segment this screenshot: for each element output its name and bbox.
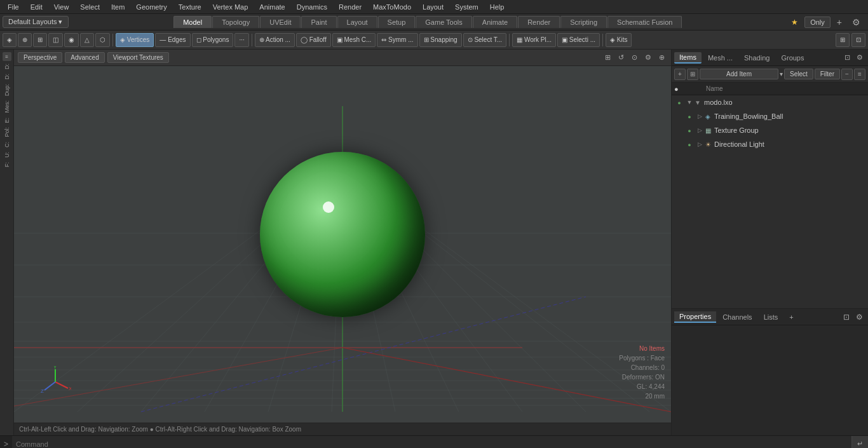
item-directional-light[interactable]: ▷ Directional Light bbox=[672, 137, 868, 151]
add-layout-button[interactable]: + bbox=[833, 16, 846, 29]
symmetry-button[interactable]: ⇔ Symm ... bbox=[377, 33, 417, 47]
sidebar-item-dup[interactable]: Dup: bbox=[3, 82, 11, 98]
sidebar-item-e[interactable]: E: bbox=[3, 116, 11, 125]
sidebar-item-pol[interactable]: Pol: bbox=[3, 125, 11, 139]
prop-tab-channels[interactable]: Channels bbox=[717, 312, 757, 322]
star-button[interactable]: ★ bbox=[787, 17, 802, 28]
item-expand-texture[interactable]: ▷ bbox=[696, 126, 703, 134]
falloff-button[interactable]: ◯ Falloff bbox=[296, 33, 331, 47]
layout-tab-layout[interactable]: Layout bbox=[337, 16, 377, 28]
viewport-home-icon[interactable]: ⊞ bbox=[602, 53, 613, 62]
item-modo-lxo[interactable]: ▼ modo.lxo bbox=[672, 95, 868, 109]
edges-button[interactable]: — Edges bbox=[155, 33, 190, 47]
viewport-reset-icon[interactable]: ↺ bbox=[616, 53, 627, 62]
item-expand-ball[interactable]: ▷ bbox=[696, 112, 703, 120]
select-button[interactable]: Select bbox=[784, 69, 813, 79]
layout-tab-render[interactable]: Render bbox=[518, 16, 560, 28]
command-arrow[interactable]: > bbox=[0, 440, 12, 449]
layout-tab-topology[interactable]: Topology bbox=[212, 16, 259, 28]
tool-pivot[interactable]: ◉ bbox=[64, 33, 79, 47]
rpanel-expand-icon[interactable]: ⊡ bbox=[842, 52, 853, 63]
prop-expand-icon[interactable]: ⊡ bbox=[841, 311, 852, 323]
viewport-3d[interactable]: No Items Polygons : Face Channels: 0 Def… bbox=[14, 66, 671, 435]
viewport-expand-icon[interactable]: ⊕ bbox=[656, 53, 667, 62]
sidebar-item-c[interactable]: C: bbox=[3, 140, 11, 149]
rpanel-tab-shading[interactable]: Shading bbox=[739, 53, 775, 63]
menu-dynamics[interactable]: Dynamics bbox=[292, 2, 332, 12]
sidebar-item-d2[interactable]: D: bbox=[3, 72, 11, 81]
rpanel-settings-icon[interactable]: ⚙ bbox=[854, 52, 865, 63]
tool-sym[interactable]: ◫ bbox=[48, 33, 63, 47]
menu-vertexmap[interactable]: Vertex Map bbox=[208, 2, 254, 12]
rpanel-tab-mesh[interactable]: Mesh ... bbox=[703, 53, 738, 63]
layout-tab-schematic[interactable]: Schematic Fusion bbox=[607, 16, 682, 28]
command-input[interactable] bbox=[12, 436, 851, 448]
item-vis-modo[interactable] bbox=[674, 97, 684, 107]
item-vis-texture[interactable] bbox=[684, 125, 695, 135]
filter-button[interactable]: Filter bbox=[815, 69, 840, 79]
layout-tab-paint[interactable]: Paint bbox=[301, 16, 336, 28]
layout-tab-uvedit[interactable]: UVEdit bbox=[260, 16, 301, 28]
only-button[interactable]: Only bbox=[804, 17, 831, 28]
rpanel-tab-items[interactable]: Items bbox=[674, 52, 702, 64]
add-item-button[interactable]: Add Item bbox=[700, 69, 778, 79]
action-button[interactable]: ⊕ Action ... bbox=[255, 33, 295, 47]
menu-system[interactable]: System bbox=[450, 2, 484, 12]
items-filter-icon[interactable]: ⊞ bbox=[687, 69, 698, 80]
selection-button[interactable]: ▣ Selecti ... bbox=[557, 33, 600, 47]
prop-tab-lists[interactable]: Lists bbox=[759, 312, 783, 322]
items-more-icon[interactable]: ≡ bbox=[854, 69, 865, 80]
item-vis-light[interactable] bbox=[684, 139, 695, 149]
meshconstraint-button[interactable]: ▣ Mesh C... bbox=[332, 33, 376, 47]
menu-geometry[interactable]: Geometry bbox=[131, 2, 172, 12]
polygons-button[interactable]: ◻ Polygons bbox=[192, 33, 234, 47]
layout-tab-gametools[interactable]: Game Tools bbox=[416, 16, 472, 28]
viewport[interactable]: Perspective Advanced Viewport Textures ⊞… bbox=[14, 50, 671, 435]
tool-transform[interactable]: ⊕ bbox=[18, 33, 32, 47]
rpanel-tab-groups[interactable]: Groups bbox=[776, 53, 809, 63]
tool-select-mode[interactable]: ◈ bbox=[3, 33, 17, 47]
viewport-layout-btn2[interactable]: ⊡ bbox=[851, 33, 865, 47]
menu-edit[interactable]: Edit bbox=[25, 2, 48, 12]
viewport-perspective-tab[interactable]: Perspective bbox=[18, 52, 62, 63]
item-vis-ball[interactable] bbox=[684, 111, 695, 121]
menu-select[interactable]: Select bbox=[75, 2, 105, 12]
prop-settings-icon[interactable]: ⚙ bbox=[853, 311, 865, 323]
menu-animate[interactable]: Animate bbox=[254, 2, 290, 12]
settings-button[interactable]: ⚙ bbox=[848, 16, 864, 29]
sidebar-item-u[interactable]: U: bbox=[3, 150, 11, 160]
sidebar-item-mes[interactable]: Mes: bbox=[3, 98, 11, 115]
menu-file[interactable]: File bbox=[3, 2, 24, 12]
item-expand-modo[interactable]: ▼ bbox=[686, 98, 693, 106]
viewport-fit-icon[interactable]: ⊙ bbox=[629, 53, 640, 62]
tool-snap[interactable]: ⊞ bbox=[33, 33, 47, 47]
item-expand-light[interactable]: ▷ bbox=[696, 140, 703, 148]
menu-texture[interactable]: Texture bbox=[173, 2, 207, 12]
menu-render[interactable]: Render bbox=[334, 2, 367, 12]
item-bowling-ball[interactable]: ▷ Training_Bowling_Ball bbox=[672, 109, 868, 123]
layout-tab-animate[interactable]: Animate bbox=[473, 16, 517, 28]
layout-dropdown[interactable]: Default Layouts ▾ bbox=[3, 16, 69, 28]
sidebar-item-d1[interactable]: D: bbox=[3, 62, 11, 71]
viewport-settings-icon[interactable]: ⚙ bbox=[642, 53, 654, 62]
menu-layout[interactable]: Layout bbox=[417, 2, 449, 12]
add-item-dropdown[interactable]: ▾ bbox=[780, 71, 783, 78]
layout-tab-scripting[interactable]: Scripting bbox=[560, 16, 607, 28]
viewport-advanced-tab[interactable]: Advanced bbox=[65, 52, 104, 63]
menu-item[interactable]: Item bbox=[106, 2, 130, 12]
menu-view[interactable]: View bbox=[49, 2, 74, 12]
menu-help[interactable]: Help bbox=[485, 2, 510, 12]
items-add-icon[interactable]: + bbox=[674, 69, 686, 80]
more-modes-button[interactable]: ··· bbox=[234, 33, 248, 47]
viewport-layout-btn1[interactable]: ⊞ bbox=[836, 33, 850, 47]
command-exec-button[interactable]: ↵ bbox=[851, 436, 868, 448]
kits-button[interactable]: ◈ Kits bbox=[606, 33, 632, 47]
prop-tab-properties[interactable]: Properties bbox=[674, 311, 716, 323]
tool-brush[interactable]: ⬡ bbox=[95, 33, 110, 47]
snapping-button[interactable]: ⊞ Snapping bbox=[419, 33, 462, 47]
prop-tab-add[interactable]: + bbox=[784, 312, 798, 322]
workplane-button[interactable]: ▦ Work Pl... bbox=[512, 33, 556, 47]
tool-paint[interactable]: △ bbox=[80, 33, 94, 47]
viewport-textures-tab[interactable]: Viewport Textures bbox=[107, 52, 169, 63]
selecttool-button[interactable]: ⊙ Select T... bbox=[463, 33, 507, 47]
